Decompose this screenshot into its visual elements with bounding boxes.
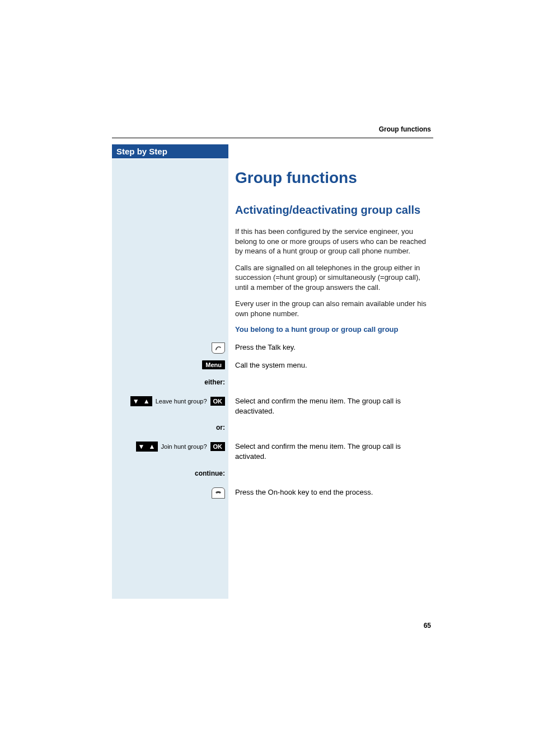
page: Group functions Step by Step Group funct… [0, 0, 534, 756]
header-divider [112, 138, 433, 138]
running-header: Group functions [379, 125, 431, 133]
step-menu: Menu Call the system menu. [235, 360, 433, 370]
either-label: either: [204, 378, 225, 386]
menu-key-chip: Menu [202, 360, 225, 369]
continue-label: continue: [195, 469, 225, 477]
step-onhook-text: Press the On-hook key to end the process… [235, 487, 433, 497]
sidebar-title: Step by Step [112, 144, 228, 158]
page-number: 65 [424, 622, 431, 630]
intro-paragraph-3: Every user in the group can also remain … [235, 299, 433, 318]
ok-key-chip: OK [210, 442, 226, 451]
onhook-key-icon [212, 487, 225, 499]
heading-1: Group functions [235, 169, 433, 187]
or-label: or: [216, 424, 225, 431]
heading-2: Activating/deactivating group calls [235, 204, 433, 217]
label-or: or: [235, 424, 433, 434]
main-column: Group functions Activating/deactivating … [235, 159, 433, 505]
step-talk-text: Press the Talk key. [235, 342, 433, 353]
display-leave-hunt: Leave hunt group? [154, 398, 208, 405]
step-talk-key: Press the Talk key. [235, 342, 433, 353]
intro-paragraph-2: Calls are signalled on all telephones in… [235, 263, 433, 293]
step-join-group: ▼▲ Join hunt group? OK Select and confir… [235, 442, 433, 461]
talk-key-icon [212, 342, 225, 354]
step-leave-text: Select and confirm the menu item. The gr… [235, 396, 433, 416]
step-leave-group: ▼▲ Leave hunt group? OK Select and confi… [235, 396, 433, 416]
section-subhead: You belong to a hunt group or group call… [235, 325, 433, 334]
updown-keys-icon: ▼▲ [136, 442, 158, 452]
label-either: either: [235, 378, 433, 388]
step-join-text: Select and confirm the menu item. The gr… [235, 442, 433, 461]
ok-key-chip: OK [210, 397, 226, 406]
step-onhook: Press the On-hook key to end the process… [235, 487, 433, 497]
display-join-hunt: Join hunt group? [160, 443, 208, 450]
label-continue: continue: [235, 469, 433, 480]
step-menu-text: Call the system menu. [235, 360, 433, 370]
updown-keys-icon: ▼▲ [130, 396, 152, 406]
intro-paragraph-1: If this has been configured by the servi… [235, 227, 433, 256]
